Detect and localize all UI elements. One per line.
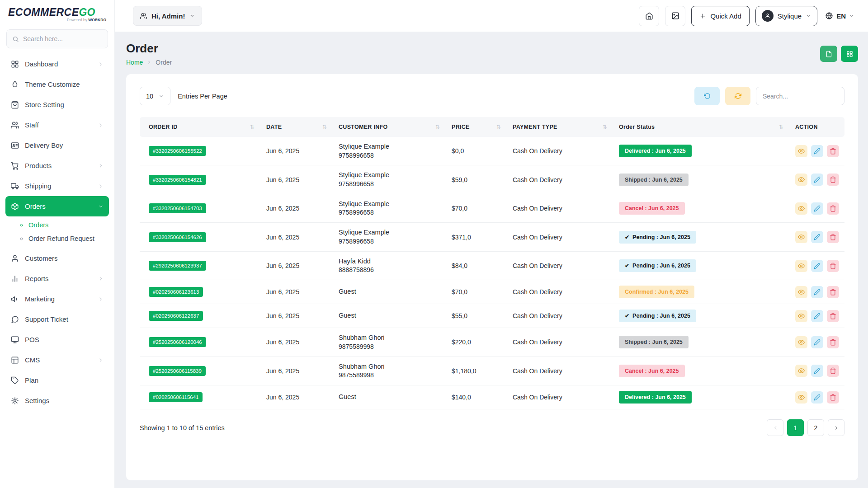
view-button[interactable]	[795, 391, 807, 404]
chevron-right-icon	[98, 163, 104, 169]
pagination-next-button[interactable]	[828, 419, 844, 436]
view-button[interactable]	[795, 231, 807, 243]
status-badge: ✔Pending : Jun 6, 2025	[619, 231, 696, 244]
language-selector[interactable]: EN	[823, 12, 856, 20]
table-footer: Showing 1 to 10 of 15 entries 1 2	[140, 419, 844, 436]
sidebar-item-reports[interactable]: Reports	[5, 268, 109, 289]
column-header-order-status[interactable]: Order Status⇅	[614, 117, 791, 137]
order-date: Jun 6, 2025	[262, 137, 334, 165]
column-header-price[interactable]: PRICE⇅	[447, 117, 508, 137]
content-area: Order Home Order	[115, 32, 868, 488]
column-header-payment-type[interactable]: PAYMENT TYPE⇅	[508, 117, 614, 137]
sidebar-item-customers[interactable]: Customers	[5, 248, 109, 268]
edit-button[interactable]	[811, 365, 823, 377]
view-button[interactable]	[795, 336, 807, 348]
row-actions	[795, 202, 840, 215]
sidebar-item-plan[interactable]: Plan	[5, 370, 109, 390]
edit-button[interactable]	[811, 202, 823, 215]
sidebar-item-staff[interactable]: Staff	[5, 115, 109, 135]
sidebar-item-delivery-boy[interactable]: Delivery Boy	[5, 135, 109, 155]
view-button[interactable]	[795, 145, 807, 157]
delete-button[interactable]	[827, 286, 839, 298]
delete-button[interactable]	[827, 145, 839, 157]
sidebar-item-support-ticket[interactable]: Support Ticket	[5, 309, 109, 329]
table-toolbar-right	[694, 87, 844, 105]
pagination-page-2[interactable]: 2	[807, 419, 824, 436]
delete-button[interactable]	[827, 174, 839, 186]
edit-button[interactable]	[811, 231, 823, 243]
sidebar-item-shipping[interactable]: Shipping	[5, 176, 109, 196]
column-header-customer-info[interactable]: CUSTOMER INFO⇅	[334, 117, 447, 137]
pagination-prev-button[interactable]	[767, 419, 783, 436]
order-id-badge[interactable]: #2920250606123937	[149, 261, 206, 271]
grid-view-button[interactable]	[841, 46, 858, 62]
order-id-badge[interactable]: #3320250606155522	[149, 146, 206, 156]
view-button[interactable]	[795, 174, 807, 186]
home-button[interactable]	[639, 6, 659, 26]
order-id-badge[interactable]: #020250606115641	[149, 392, 203, 402]
delete-button[interactable]	[827, 310, 839, 322]
view-button[interactable]	[795, 202, 807, 215]
delete-button[interactable]	[827, 365, 839, 377]
sidebar-subitem-orders[interactable]: Orders	[19, 218, 109, 232]
column-header-order-id[interactable]: ORDER ID⇅	[140, 117, 262, 137]
edit-button[interactable]	[811, 336, 823, 348]
order-id-badge[interactable]: #2520250606120046	[149, 337, 206, 347]
sidebar-item-store-setting[interactable]: Store Setting	[5, 94, 109, 115]
customer-info: Stylique Example9758996658	[334, 165, 447, 194]
edit-button[interactable]	[811, 174, 823, 186]
undo-button[interactable]	[694, 87, 720, 105]
sidebar-nav: Dashboard Theme Customize Store Setting …	[0, 53, 114, 488]
sidebar-item-cms[interactable]: CMS	[5, 350, 109, 370]
store-switcher-button[interactable]: Stylique	[755, 6, 817, 26]
entries-per-page-select[interactable]: 10	[140, 87, 170, 105]
edit-button[interactable]	[811, 310, 823, 322]
edit-button[interactable]	[811, 145, 823, 157]
order-id-badge[interactable]: #3320250606154626	[149, 232, 206, 242]
pagination-page-1[interactable]: 1	[787, 419, 804, 436]
image-icon	[671, 12, 679, 20]
brand-logo[interactable]: ECOMMERCEGO Powered by WORKDO	[0, 0, 114, 24]
sidebar-item-settings[interactable]: Settings	[5, 390, 109, 411]
order-id-badge[interactable]: #3320250606154703	[149, 203, 206, 213]
order-id-badge[interactable]: #020250606123613	[149, 287, 203, 297]
sidebar-subitem-order-refund-request[interactable]: Order Refund Request	[19, 232, 109, 245]
order-price: $220,0	[447, 328, 508, 357]
sidebar-item-theme-customize[interactable]: Theme Customize	[5, 74, 109, 94]
table-row: #3320250606155522 Jun 6, 2025 Stylique E…	[140, 137, 844, 165]
delete-button[interactable]	[827, 260, 839, 272]
sidebar-item-pos[interactable]: POS	[5, 329, 109, 350]
media-button[interactable]	[665, 6, 685, 26]
edit-button[interactable]	[811, 286, 823, 298]
breadcrumb-home-link[interactable]: Home	[126, 59, 143, 66]
entries-value: 10	[146, 93, 153, 100]
orders-table: ORDER ID⇅ DATE⇅ CUSTOMER INFO⇅ PRICE⇅ PA…	[140, 117, 844, 409]
admin-menu-button[interactable]: Hi, Admin!	[133, 6, 202, 26]
column-header-date[interactable]: DATE⇅	[262, 117, 334, 137]
sidebar-item-products[interactable]: Products	[5, 155, 109, 176]
order-id-badge[interactable]: #020250606122637	[149, 311, 203, 321]
delete-button[interactable]	[827, 336, 839, 348]
sidebar-search-input[interactable]	[23, 35, 102, 42]
view-button[interactable]	[795, 260, 807, 272]
view-button[interactable]	[795, 286, 807, 298]
sidebar-item-marketing[interactable]: Marketing	[5, 289, 109, 309]
customers-icon	[11, 254, 19, 263]
edit-button[interactable]	[811, 391, 823, 404]
sidebar-item-orders[interactable]: Orders	[5, 196, 109, 216]
export-button[interactable]	[820, 46, 837, 62]
table-row: #020250606122637 Jun 6, 2025 Guest $55,0…	[140, 304, 844, 328]
delete-button[interactable]	[827, 202, 839, 215]
delete-button[interactable]	[827, 231, 839, 243]
table-row: #2520250606115839 Jun 6, 2025 Shubham Gh…	[140, 357, 844, 385]
edit-button[interactable]	[811, 260, 823, 272]
view-button[interactable]	[795, 365, 807, 377]
view-button[interactable]	[795, 310, 807, 322]
order-id-badge[interactable]: #2520250606115839	[149, 366, 206, 376]
delete-button[interactable]	[827, 391, 839, 404]
refresh-button[interactable]	[725, 87, 750, 105]
table-search-input[interactable]	[756, 87, 844, 105]
order-id-badge[interactable]: #3320250606154821	[149, 175, 206, 185]
quick-add-button[interactable]: Quick Add	[691, 6, 749, 26]
sidebar-item-dashboard[interactable]: Dashboard	[5, 54, 109, 74]
